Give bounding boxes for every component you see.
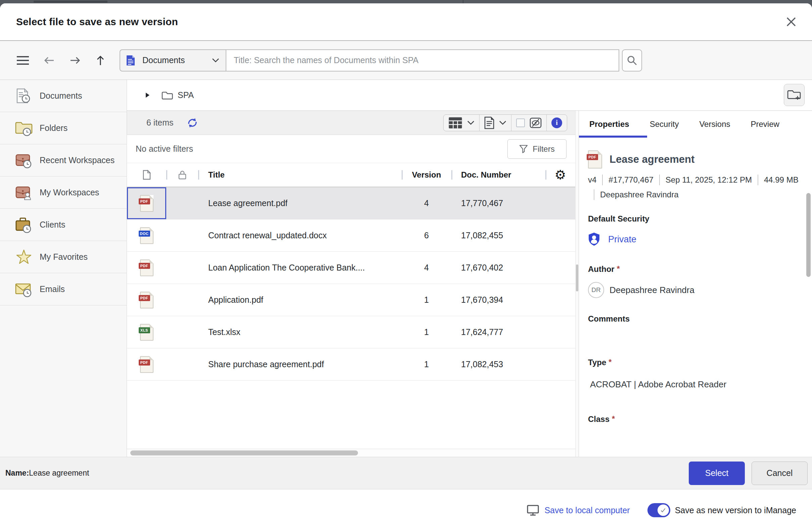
lock-cell (166, 316, 198, 348)
info-toggle[interactable]: i (546, 115, 567, 131)
row-doc-number: 17,082,455 (461, 231, 503, 240)
hamburger-icon[interactable] (16, 56, 30, 65)
items-count: 6 items (146, 118, 174, 128)
row-title: Application.pdf (208, 295, 263, 305)
author-label: Author* (588, 265, 812, 274)
hide-preview-icon[interactable] (530, 117, 542, 128)
selection-name-bar: Name: Lease agreement Select Cancel (0, 457, 812, 489)
sidebar-item-my-workspaces[interactable]: My Workspaces (0, 177, 127, 209)
horizontal-scrollbar[interactable] (127, 449, 575, 457)
workspace-recent-icon (14, 152, 33, 168)
briefcase-recent-icon (14, 217, 33, 233)
sidebar-item-clients[interactable]: Clients (0, 209, 127, 241)
chevron-down-icon (467, 120, 475, 125)
lock-cell (166, 187, 198, 219)
version-column-header[interactable]: Version (402, 163, 451, 187)
table-row[interactable]: PDF Loan Application The Cooperative Ban… (127, 252, 575, 284)
list-vertical-scrollbar[interactable] (575, 111, 579, 457)
page-title: Select file to save as new version (16, 16, 178, 28)
filters-button[interactable]: Filters (507, 139, 566, 159)
tab-security[interactable]: Security (650, 119, 679, 129)
details-scrollbar-thumb[interactable] (806, 193, 811, 277)
meta-separator (659, 175, 660, 185)
name-label: Name: (5, 469, 29, 478)
file-type-cell: PDF (127, 187, 166, 219)
up-arrow-icon[interactable] (96, 54, 105, 67)
meta-item: Sep 11, 2025, 12:12 PM (666, 173, 752, 187)
table-row[interactable]: PDF Share purchase agreement.pdf 1 17,08… (127, 349, 575, 381)
horizontal-scrollbar-thumb[interactable] (130, 451, 358, 456)
sidebar-item-my-favorites[interactable]: My Favorites (0, 241, 127, 273)
save-imanage-toggle[interactable] (648, 503, 670, 517)
preview-options (511, 115, 546, 131)
pdf-file-icon: PDF (588, 150, 602, 168)
folder-recent-icon (14, 120, 33, 136)
meta-separator (758, 175, 758, 185)
save-local-link[interactable]: Save to local computer (527, 505, 630, 516)
back-arrow-icon[interactable] (43, 55, 55, 65)
lock-cell (166, 349, 198, 380)
row-title: Lease agreement.pdf (208, 198, 288, 208)
forward-arrow-icon[interactable] (69, 55, 81, 65)
sidebar-item-recent-workspaces[interactable]: Recent Workspaces (0, 144, 127, 177)
column-settings-button[interactable]: ⚙ (545, 163, 575, 187)
caret-right-icon[interactable] (145, 92, 150, 98)
table-header: Title Version Doc. Number ⚙ (127, 163, 575, 187)
tab-properties[interactable]: Properties (589, 119, 629, 129)
info-icon: i (551, 117, 562, 128)
file-type-cell: PDF (127, 349, 166, 380)
document-view-toggle[interactable] (479, 115, 511, 131)
type-label: Type* (588, 358, 812, 367)
file-type-cell: PDF (127, 252, 166, 284)
row-doc-number: 17,770,467 (461, 198, 503, 208)
table-row[interactable]: XLS Test.xlsx 1 17,624,777 (127, 316, 575, 349)
new-folder-button[interactable] (784, 84, 804, 106)
background-window-fragment (33, 1, 107, 3)
class-label: Class* (588, 414, 812, 424)
file-type-icon: PDF (140, 195, 154, 212)
select-all-checkbox[interactable] (516, 118, 525, 127)
table-row[interactable]: DOC Contract renewal_updated.docx 6 17,0… (127, 220, 575, 252)
file-icon-column-header[interactable] (127, 163, 166, 187)
lock-column-header[interactable] (166, 163, 198, 187)
meta-separator (594, 189, 594, 200)
required-asterisk: * (617, 265, 620, 273)
list-scrollbar-thumb[interactable] (576, 265, 578, 291)
title-column-header[interactable]: Title (198, 163, 402, 187)
save-options-footer: Save to local computer Save as new versi… (0, 489, 812, 531)
documents-recent-icon (14, 88, 33, 104)
refresh-icon[interactable] (186, 117, 199, 129)
sidebar-item-emails[interactable]: Emails (0, 273, 127, 306)
dialog-header: Select file to save as new version (0, 3, 812, 40)
close-icon[interactable] (784, 14, 799, 29)
table-row[interactable]: PDF Application.pdf 1 17,670,394 (127, 284, 575, 316)
sidebar-item-documents[interactable]: Documents (0, 80, 127, 112)
doc-number-column-header[interactable]: Doc. Number (451, 163, 545, 187)
breadcrumb-folder-label[interactable]: SPA (178, 90, 194, 100)
document-title: Lease agreement (609, 153, 695, 165)
tab-preview[interactable]: Preview (751, 119, 779, 129)
toggle-knob (657, 504, 669, 516)
chevron-down-icon (212, 58, 220, 63)
tab-versions[interactable]: Versions (699, 119, 730, 129)
type-value: ACROBAT | Adobe Acrobat Reader (588, 379, 812, 390)
search-button[interactable] (622, 49, 642, 72)
required-asterisk: * (612, 414, 615, 423)
monitor-icon (527, 505, 539, 516)
row-title: Share purchase agreement.pdf (208, 359, 324, 369)
row-doc-number: 17,670,402 (461, 263, 503, 272)
table-view-toggle[interactable] (444, 115, 479, 131)
gear-icon: ⚙ (554, 168, 566, 181)
security-value-link[interactable]: Private (608, 234, 636, 245)
filter-bar: No active filters Filters (127, 135, 575, 163)
search-input[interactable] (226, 49, 619, 72)
comments-label: Comments (588, 314, 812, 324)
avatar: DR (588, 282, 604, 298)
file-type-icon: XLS (140, 324, 154, 341)
sidebar-item-folders[interactable]: Folders (0, 112, 127, 144)
table-row[interactable]: PDF Lease agreement.pdf 4 17,770,467 (127, 187, 575, 220)
search-scope-dropdown[interactable]: Documents (119, 49, 226, 72)
table-view-icon (448, 117, 462, 129)
select-button[interactable]: Select (689, 461, 745, 485)
cancel-button[interactable]: Cancel (752, 461, 808, 485)
